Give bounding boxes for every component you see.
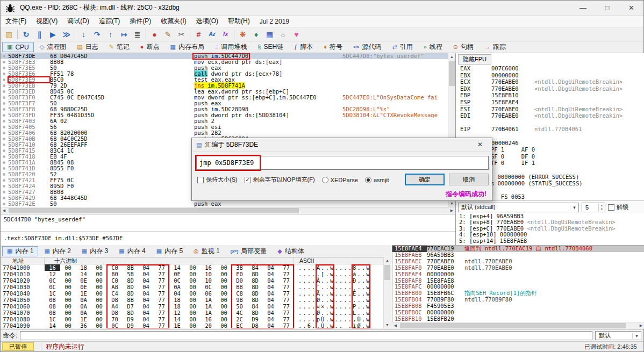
tab-memory-1[interactable]: ▦内存 1 bbox=[2, 246, 38, 256]
tab-trace-tab[interactable]: →跟踪 bbox=[480, 42, 511, 52]
breakpoint-dot[interactable] bbox=[1, 154, 8, 160]
menu-item-4[interactable]: 插件(P) bbox=[125, 15, 156, 27]
stack-pane[interactable]: 15E8FAE4770EAC19返回到 ntdll.770EAC19 自 ntd… bbox=[392, 245, 644, 322]
tab-memory-3[interactable]: ▦内存 3 bbox=[77, 246, 113, 256]
stack-arg-row[interactable]: 4: [esp+10] 00000000 bbox=[456, 232, 644, 238]
disasm-row[interactable]: 5D8F73FDFF35 0481D35Dpush dword ptr ds:[… bbox=[1, 112, 448, 118]
xedparse-radio[interactable]: XEDParse bbox=[322, 177, 358, 183]
tab-source[interactable]: </>源代码 bbox=[348, 42, 387, 52]
memory-row[interactable]: 7704106008000A00A4D7047718001A0050840477… bbox=[1, 303, 383, 310]
step-over-icon[interactable]: ↷ bbox=[90, 28, 104, 40]
tab-breakpoints[interactable]: ●断点 bbox=[135, 42, 164, 52]
breakpoint-dot[interactable] bbox=[1, 59, 8, 65]
animate-icon[interactable]: ≫ bbox=[60, 28, 73, 40]
keep-size-checkbox[interactable]: 保持大小(S) bbox=[197, 176, 238, 184]
scroll-thumb[interactable] bbox=[449, 61, 455, 86]
tab-memory-4[interactable]: ▦内存 4 bbox=[114, 246, 150, 256]
tab-graph[interactable]: ◇流程图 bbox=[35, 42, 71, 52]
memory-row[interactable]: 7704105008000A00D88B047718001A00988D0477… bbox=[1, 297, 383, 303]
stack-row[interactable]: 15E8FAF400000000 bbox=[392, 271, 644, 278]
memory-vscrollbar[interactable]: ▲ ▼ bbox=[383, 257, 391, 328]
trace-icon[interactable]: ≣ bbox=[131, 28, 144, 40]
settings-icon[interactable]: ☼ bbox=[276, 28, 290, 40]
breakpoint-dot[interactable] bbox=[1, 183, 8, 189]
close-button[interactable]: ✕ bbox=[619, 1, 643, 15]
breakpoint-dot[interactable] bbox=[1, 124, 8, 130]
register-row[interactable]: EBP15E8FB10 bbox=[456, 92, 644, 99]
tab-references[interactable]: ⇄引用 bbox=[387, 42, 417, 52]
memory-row[interactable]: 77041090140036000CD904771E002000ECD80477… bbox=[1, 322, 383, 328]
scroll-track[interactable] bbox=[384, 264, 391, 321]
memory-rows[interactable]: 7704100016001800C08B04771400160038840477… bbox=[1, 264, 383, 328]
restart-icon[interactable]: ↻ bbox=[19, 28, 33, 40]
register-row[interactable]: ESI770EABE0<ntdll.DbgUiRemoteBreakin> bbox=[456, 106, 644, 113]
minimize-button[interactable]: — bbox=[571, 1, 595, 15]
breakpoint-dot[interactable] bbox=[1, 106, 8, 112]
cancel-button[interactable]: 取消 bbox=[449, 174, 489, 185]
breakpoint-dot[interactable] bbox=[1, 148, 8, 154]
menu-item-0[interactable]: 文件(F) bbox=[1, 15, 31, 27]
stack-hscrollbar[interactable]: ◀ ▶ bbox=[392, 322, 644, 329]
register-row[interactable]: EIP770B4061ntdll.770B4061 bbox=[456, 126, 644, 133]
step-out-icon[interactable]: ↑ bbox=[104, 28, 117, 40]
asmjit-radio[interactable]: asmjit bbox=[365, 177, 389, 183]
breakpoint-dot[interactable] bbox=[1, 142, 8, 148]
stack-row[interactable]: 15E8FB1015E8FB20 bbox=[392, 316, 644, 322]
shield-icon[interactable]: ♦ bbox=[249, 28, 263, 40]
fx-icon[interactable]: fx bbox=[219, 28, 232, 40]
breakpoint-dot[interactable] bbox=[1, 166, 8, 171]
pause-icon[interactable]: ∥ bbox=[33, 28, 46, 40]
arg-count-spinner[interactable]: 5 ▲▼ bbox=[582, 203, 605, 212]
command-input[interactable] bbox=[20, 331, 592, 340]
menu-item-6[interactable]: 选项(O) bbox=[191, 15, 223, 27]
open-file-icon[interactable]: ▨ bbox=[2, 28, 16, 40]
breakpoint-dot[interactable] bbox=[1, 195, 8, 201]
memory-row[interactable]: 770410200C000E00C08D04770C001000D08D0477… bbox=[1, 277, 383, 284]
tab-script[interactable]: ƒ脚本 bbox=[289, 42, 318, 52]
scroll-up-icon[interactable]: ▲ bbox=[448, 53, 455, 60]
memory-row[interactable]: 770410801C001E0070D90477140016002CD90477… bbox=[1, 316, 383, 322]
breakpoint-dot[interactable] bbox=[1, 65, 8, 71]
breakpoint-icon[interactable]: ● bbox=[148, 28, 161, 40]
scroll-thumb[interactable] bbox=[400, 323, 626, 328]
breakpoint-dot[interactable] bbox=[1, 171, 8, 177]
scroll-up-icon[interactable]: ▲ bbox=[384, 257, 391, 264]
register-row[interactable]: EAX007C6000 bbox=[456, 65, 644, 72]
breakpoint-dot[interactable] bbox=[1, 136, 8, 142]
breakpoint-dot[interactable] bbox=[1, 53, 8, 59]
breakpoint-dot[interactable] bbox=[1, 201, 8, 207]
cpu-chip-icon[interactable]: ▦ bbox=[263, 28, 276, 40]
scroll-right-icon[interactable]: ▶ bbox=[448, 207, 455, 214]
disasm-row[interactable]: 5D8F73F0C745 0C E047C45Dmov dword ptr ss… bbox=[1, 95, 448, 100]
tab-struct[interactable]: ◆结构体 bbox=[273, 246, 309, 256]
tab-threads[interactable]: »线程 bbox=[419, 42, 447, 52]
tab-call-stack[interactable]: ≡调用堆栈 bbox=[210, 42, 252, 52]
tab-memory-2[interactable]: ▦内存 2 bbox=[39, 246, 75, 256]
tab-memory-5[interactable]: ▦内存 5 bbox=[152, 246, 188, 256]
register-row[interactable]: ESP15E8FAE4 bbox=[456, 99, 644, 106]
tab-log[interactable]: ▤日志 bbox=[72, 42, 103, 52]
scroll-down-icon[interactable]: ▼ bbox=[384, 321, 391, 328]
breakpoint-dot[interactable] bbox=[1, 71, 8, 77]
dialog-close-icon[interactable]: ✕ bbox=[473, 141, 488, 148]
memory-row[interactable]: 770410300C000E00A88D04770A000C00B88D0477… bbox=[1, 284, 383, 290]
step-into-icon[interactable]: ↓ bbox=[77, 28, 90, 40]
scroll-left-icon[interactable]: ◀ bbox=[1, 207, 8, 214]
register-row[interactable]: EDX770EABE0<ntdll.DbgUiRemoteBreakin> bbox=[456, 85, 644, 92]
tab-memory-map[interactable]: ▦内存布局 bbox=[166, 42, 209, 52]
nop-fill-checkbox[interactable]: ✓ 剩余字节以NOP填充(F) bbox=[245, 176, 315, 184]
menu-item-7[interactable]: 帮助(H) bbox=[223, 15, 255, 27]
breakpoint-dot[interactable] bbox=[1, 118, 8, 124]
register-row[interactable]: ECX770EABE0<ntdll.DbgUiRemoteBreakin> bbox=[456, 78, 644, 85]
tab-watch-1[interactable]: ◎监视 1 bbox=[189, 246, 225, 256]
menu-item-3[interactable]: 追踪(T) bbox=[94, 15, 125, 27]
flame-icon[interactable]: ❋ bbox=[236, 28, 249, 40]
register-row[interactable] bbox=[456, 119, 644, 126]
favourites-icon[interactable]: ♥ bbox=[290, 28, 303, 40]
hide-fpu-button[interactable]: 隐藏FPU bbox=[458, 54, 491, 64]
scroll-left-icon[interactable]: ◀ bbox=[392, 322, 399, 329]
stack-rows[interactable]: 15E8FAE4770EAC19返回到 ntdll.770EAC19 自 ntd… bbox=[392, 246, 644, 322]
breakpoint-dot[interactable] bbox=[1, 130, 8, 136]
tab-symbols[interactable]: ♦符号 bbox=[319, 42, 347, 52]
patch-icon[interactable]: ✎ bbox=[161, 28, 175, 40]
